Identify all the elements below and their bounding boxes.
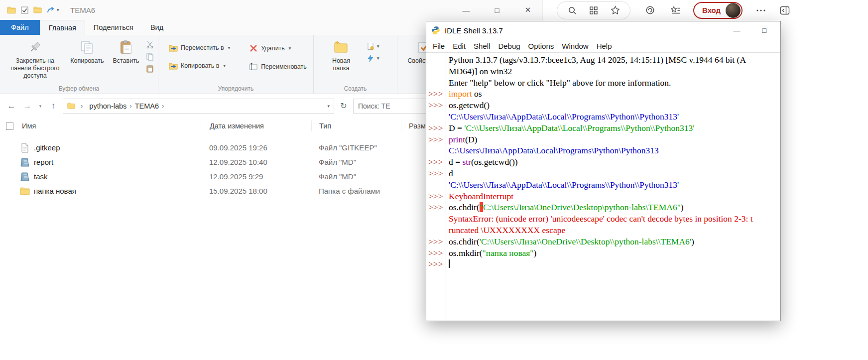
new-folder-button[interactable]: Новая папка xyxy=(318,36,365,72)
shell-prompt xyxy=(427,111,446,122)
search-icon[interactable] xyxy=(566,4,579,17)
cut-button[interactable] xyxy=(146,41,154,49)
shell-line-text: 'C:\\Users\\Лиза\\AppData\\Local\\Progra… xyxy=(446,179,679,191)
idle-maximize-button[interactable]: □ xyxy=(762,26,766,34)
breadcrumb-chevron-icon: › xyxy=(127,102,133,110)
shell-line-text: print(D) xyxy=(446,134,477,145)
tab-file[interactable]: Файл xyxy=(0,20,40,35)
new-item-button[interactable]: ▼ xyxy=(367,42,380,50)
menu-edit[interactable]: Edit xyxy=(449,42,470,50)
up-button[interactable]: ↑ xyxy=(47,101,60,111)
shell-line-text: C:\Users\Лиза\AppData\Local\Programs\Pyt… xyxy=(446,145,659,156)
browser-essentials-icon[interactable] xyxy=(643,4,656,17)
idle-window-title: IDLE Shell 3.13.7 xyxy=(445,26,503,35)
menu-window[interactable]: Window xyxy=(558,42,592,50)
explorer-minimize-button[interactable]: — xyxy=(451,0,482,20)
sign-in-button[interactable]: Вход xyxy=(693,2,743,19)
breadcrumb-chevron-icon: › xyxy=(79,102,85,110)
explorer-close-button[interactable]: ✕ xyxy=(512,0,543,20)
file-type: Папка с файлами xyxy=(311,187,401,195)
shell-line: >>>os.mkdir("папка новая") xyxy=(427,247,780,259)
explorer-maximize-button[interactable]: □ xyxy=(482,0,512,20)
delete-icon xyxy=(249,44,258,53)
copy-button[interactable]: Копировать xyxy=(66,36,108,65)
shell-line-text: runcated \UXXXXXXXX escape xyxy=(446,225,565,236)
shell-line: SyntaxError: (unicode error) 'unicodeesc… xyxy=(427,213,780,225)
md-icon xyxy=(20,172,30,182)
menu-debug[interactable]: Debug xyxy=(494,42,524,50)
shell-prompt: >>> xyxy=(427,202,446,213)
tab-view[interactable]: Вид xyxy=(142,20,172,35)
explorer-app-folder-icon xyxy=(5,3,18,16)
shell-line: >>>KeyboardInterrupt xyxy=(427,191,780,202)
paste-button-label: Вставить xyxy=(113,57,139,65)
column-header-name[interactable]: Имя xyxy=(21,120,202,131)
md-icon xyxy=(20,157,30,167)
qat-new-folder-icon[interactable] xyxy=(31,3,44,16)
column-header-type[interactable]: Тип xyxy=(312,120,401,131)
new-folder-label-line2: папка xyxy=(333,65,349,72)
file-date: 12.09.2025 10:40 xyxy=(202,158,311,166)
scissors-icon xyxy=(146,41,154,49)
titlebar-separator xyxy=(66,6,66,14)
more-options-icon[interactable] xyxy=(754,4,767,17)
shell-line: >>>import os xyxy=(427,88,780,100)
rename-icon xyxy=(249,63,258,71)
tab-share[interactable]: Поделиться xyxy=(85,20,142,35)
copy-path-button[interactable] xyxy=(146,53,154,61)
group-label-new: Создать xyxy=(314,85,397,92)
menu-help[interactable]: Help xyxy=(593,42,616,50)
sidebar-toggle-icon[interactable] xyxy=(778,4,791,17)
group-label-clipboard: Буфер обмена xyxy=(0,85,158,92)
shell-prompt xyxy=(427,77,446,89)
refresh-icon[interactable]: ↻ xyxy=(337,101,350,111)
menu-shell[interactable]: Shell xyxy=(470,42,494,50)
favorites-list-icon[interactable] xyxy=(669,4,682,17)
move-to-button[interactable]: Переместить в ▼ xyxy=(166,43,234,53)
qat-redo-icon[interactable] xyxy=(44,3,57,16)
sign-in-label: Вход xyxy=(702,6,721,14)
idle-titlebar[interactable]: IDLE Shell 3.13.7 — □ xyxy=(426,21,780,39)
tab-home[interactable]: Главная xyxy=(40,20,85,35)
ribbon-group-new: Новая папка ▼ ▼ Создать xyxy=(314,35,397,94)
address-folder-icon xyxy=(67,103,75,109)
qat-customize-chevron-icon[interactable]: ▾ xyxy=(57,7,64,12)
grid-icon[interactable] xyxy=(587,4,600,17)
pin-to-quick-access-button[interactable]: Закрепить на панели быстрого доступа xyxy=(4,36,66,80)
history-dropdown-icon[interactable]: ▾ xyxy=(37,104,44,109)
favorite-star-icon[interactable] xyxy=(609,4,621,17)
address-dropdown-icon[interactable]: ▾ xyxy=(327,104,330,109)
shell-line-text: Enter "help" below or click "Help" above… xyxy=(446,77,671,89)
browser-address-pill[interactable] xyxy=(557,1,630,19)
copy-to-button[interactable]: Копировать в ▼ xyxy=(166,61,234,71)
new-folder-icon xyxy=(333,39,349,56)
shell-line-text: D = 'C:\\Users\\Лиза\\AppData\\Local\\Pr… xyxy=(446,122,694,134)
paste-shortcut-button[interactable] xyxy=(146,65,154,73)
shell-line: >>>d xyxy=(427,168,780,179)
file-date: 12.09.2025 9:29 xyxy=(202,172,311,181)
delete-button[interactable]: Удалить ▼ xyxy=(247,43,309,54)
menu-options[interactable]: Options xyxy=(524,42,558,50)
breadcrumb-item[interactable]: ТЕМА6 xyxy=(134,102,160,110)
paste-button[interactable]: Вставить xyxy=(108,36,144,65)
idle-shell-window: IDLE Shell 3.13.7 — □ FileEditShellDebug… xyxy=(426,21,781,321)
select-all-checkbox[interactable] xyxy=(6,122,13,130)
address-bar[interactable]: › python-labs›ТЕМА6› ▾ xyxy=(63,99,334,114)
column-header-date[interactable]: Дата изменения xyxy=(202,120,312,131)
menu-file[interactable]: File xyxy=(429,42,449,50)
easy-access-button[interactable]: ▼ xyxy=(367,54,380,62)
back-button[interactable]: ← xyxy=(5,101,18,111)
forward-button[interactable]: → xyxy=(21,101,34,111)
shell-prompt: >>> xyxy=(427,100,446,111)
idle-shell-text[interactable]: Python 3.13.7 (tags/v3.13.7:bcee1c3, Aug… xyxy=(427,53,780,320)
qat-properties-checkbox-icon[interactable] xyxy=(18,3,31,16)
rename-button[interactable]: Переименовать xyxy=(247,62,309,72)
shell-line-text: d = str(os.getcwd()) xyxy=(446,156,518,168)
paste-icon xyxy=(119,39,133,56)
ribbon-group-organize: Переместить в ▼ Копировать в ▼ Удалить ▼ xyxy=(158,35,314,94)
idle-minimize-button[interactable]: — xyxy=(734,26,741,34)
shell-prompt xyxy=(427,145,446,156)
shell-line: MD64)] on win32 xyxy=(427,66,780,77)
breadcrumb-item[interactable]: python-labs xyxy=(88,102,127,110)
move-to-dropdown-icon: ▼ xyxy=(227,45,231,50)
